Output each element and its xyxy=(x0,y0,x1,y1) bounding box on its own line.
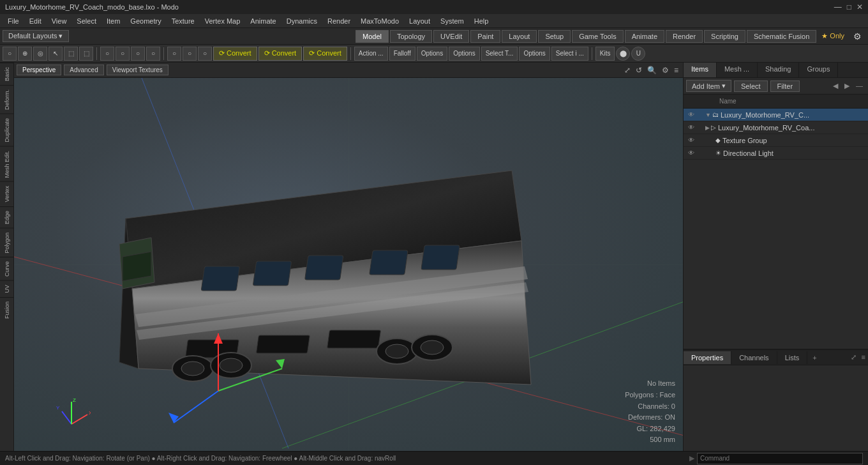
tool-icon-btn-3[interactable]: ↖ xyxy=(49,47,63,61)
tool-icon-btn-8[interactable]: ○ xyxy=(131,47,145,61)
menu-item-animate[interactable]: Animate xyxy=(245,16,281,26)
menu-item-texture[interactable]: Texture xyxy=(167,16,200,26)
layout-tab-animate[interactable]: Animate xyxy=(625,30,664,43)
tool-icon-btn-0[interactable]: ○ xyxy=(3,47,17,61)
tree-row-texgroup[interactable]: 👁 ◆ Texture Group xyxy=(684,134,868,147)
convert-button-1[interactable]: ⟳ Convert xyxy=(258,47,303,61)
layout-tab-model[interactable]: Model xyxy=(355,30,389,43)
layout-tab-uvedit[interactable]: UVEdit xyxy=(433,30,469,43)
add-item-button[interactable]: Add Item ▾ xyxy=(686,80,731,92)
perspective-label[interactable]: Perspective xyxy=(17,65,61,75)
viewport-textures-label[interactable]: Viewport Textures xyxy=(107,65,168,75)
menu-item-view[interactable]: View xyxy=(47,16,72,26)
viewport-zoom-icon[interactable]: 🔍 xyxy=(645,66,659,75)
sidebar-tab-basic[interactable]: Basic xyxy=(0,63,14,85)
menu-item-maxtomodo[interactable]: MaxToModo xyxy=(355,16,404,26)
close-button[interactable]: ✕ xyxy=(857,3,863,11)
layout-tab-paint[interactable]: Paint xyxy=(470,30,500,43)
tool-icon-btn-5[interactable]: ⬚ xyxy=(79,47,93,61)
toolbar-btn-action-----0[interactable]: Action ... xyxy=(354,47,388,61)
tool-icon-btn-2[interactable]: ◎ xyxy=(33,47,47,61)
gear-icon[interactable]: ⚙ xyxy=(849,29,865,43)
eye-icon-root[interactable]: 👁 xyxy=(686,110,696,120)
tree-expand-arrow-root[interactable]: ▼ xyxy=(705,112,711,118)
convert-button-2[interactable]: ⟳ Convert xyxy=(303,47,347,61)
menu-item-vertex-map[interactable]: Vertex Map xyxy=(200,16,246,26)
toolbar-btn-falloff-1[interactable]: Falloff xyxy=(389,47,415,61)
toolbar-btn-options-2[interactable]: Options xyxy=(417,47,447,61)
props-menu-icon[interactable]: ≡ xyxy=(859,352,868,363)
tab-mesh[interactable]: Mesh ... xyxy=(717,63,758,77)
menu-item-system[interactable]: System xyxy=(435,16,469,26)
viewport-expand-icon[interactable]: ⤢ xyxy=(622,66,632,75)
tool-icon-btn-7[interactable]: ○ xyxy=(116,47,130,61)
layout-tab-layout[interactable]: Layout xyxy=(502,30,537,43)
tree-row-root[interactable]: 👁 ▼ 🗂 Luxury_Motorhome_RV_C... xyxy=(684,109,868,121)
sidebar-tab-duplicate[interactable]: Duplicate xyxy=(0,114,14,146)
toolbar-btn-select-t----4[interactable]: Select T... xyxy=(481,47,518,61)
sidebar-tab-edge[interactable]: Edge xyxy=(0,206,14,228)
command-input[interactable] xyxy=(697,453,863,464)
end-tool-btn-1[interactable]: ⬤ xyxy=(616,47,630,61)
sidebar-tab-deform-[interactable]: Deform. xyxy=(0,85,14,114)
eye-icon-light[interactable]: 👁 xyxy=(686,148,696,158)
menu-item-select[interactable]: Select xyxy=(71,16,101,26)
layout-tab-topology[interactable]: Topology xyxy=(390,30,432,43)
kits-button[interactable]: Kits xyxy=(595,47,615,61)
end-tool-btn-2[interactable]: U xyxy=(631,47,645,61)
tool-icon-btn-9[interactable]: ○ xyxy=(146,47,160,61)
tool-icon-btn-1[interactable]: ⊕ xyxy=(18,47,32,61)
sidebar-tab-uv[interactable]: UV xyxy=(0,280,14,297)
filter-button[interactable]: Filter xyxy=(770,80,800,92)
tool-icon-btn-12[interactable]: ○ xyxy=(198,47,212,61)
tree-row-light[interactable]: 👁 ☀ Directional Light xyxy=(684,147,868,160)
sidebar-tab-mesh-edit-[interactable]: Mesh Edit. xyxy=(0,146,14,182)
tab-properties[interactable]: Properties xyxy=(684,351,731,364)
items-expand-icon[interactable]: ▶ xyxy=(842,80,852,91)
viewport-refresh-icon[interactable]: ↺ xyxy=(634,66,644,75)
toolbar-btn-options-5[interactable]: Options xyxy=(519,47,550,61)
layout-tab-schematic-fusion[interactable]: Schematic Fusion xyxy=(747,30,816,43)
eye-icon-texgroup[interactable]: 👁 xyxy=(686,135,696,146)
layout-tab-setup[interactable]: Setup xyxy=(538,30,571,43)
select-button[interactable]: Select xyxy=(734,80,768,92)
menu-item-geometry[interactable]: Geometry xyxy=(125,16,166,26)
toolbar-btn-select-i-----6[interactable]: Select i ... xyxy=(551,47,588,61)
tab-items[interactable]: Items xyxy=(684,63,717,77)
eye-icon-mesh[interactable]: 👁 xyxy=(686,123,696,133)
menu-item-edit[interactable]: Edit xyxy=(24,16,47,26)
minimize-button[interactable]: — xyxy=(834,3,842,11)
convert-button-0[interactable]: ⟳ Convert xyxy=(213,47,257,61)
sidebar-tab-curve[interactable]: Curve xyxy=(0,257,14,280)
props-expand-icon[interactable]: ⤢ xyxy=(848,352,859,363)
viewport-menu-icon[interactable]: ≡ xyxy=(672,66,680,75)
canvas-area[interactable]: X Y Z No Items Polygons : Face Channels:… xyxy=(14,78,683,451)
menu-item-layout[interactable]: Layout xyxy=(404,16,435,26)
tab-groups[interactable]: Groups xyxy=(799,63,838,77)
menu-item-item[interactable]: Item xyxy=(101,16,125,26)
tree-row-mesh[interactable]: 👁 ▶ ▷ Luxury_Motorhome_RV_Coa... xyxy=(684,121,868,134)
tool-icon-btn-6[interactable]: ○ xyxy=(100,47,114,61)
layout-tab-render[interactable]: Render xyxy=(666,30,703,43)
menu-item-dynamics[interactable]: Dynamics xyxy=(281,16,322,26)
layout-tab-scripting[interactable]: Scripting xyxy=(704,30,745,43)
toolbar-btn-options-3[interactable]: Options xyxy=(449,47,479,61)
tree-expand-arrow-mesh[interactable]: ▶ xyxy=(705,125,710,131)
tool-icon-btn-10[interactable]: ○ xyxy=(167,47,181,61)
advanced-label[interactable]: Advanced xyxy=(64,65,103,75)
viewport-settings-icon[interactable]: ⚙ xyxy=(660,66,671,75)
menu-item-render[interactable]: Render xyxy=(322,16,355,26)
maximize-button[interactable]: □ xyxy=(847,3,851,11)
menu-item-file[interactable]: File xyxy=(3,16,24,26)
items-minus[interactable]: — xyxy=(853,80,865,91)
items-collapse-icon[interactable]: ◀ xyxy=(830,80,841,91)
tab-channels[interactable]: Channels xyxy=(731,351,777,364)
add-tab-button[interactable]: + xyxy=(807,351,821,364)
sidebar-tab-fusion[interactable]: Fusion xyxy=(0,297,14,323)
menu-item-help[interactable]: Help xyxy=(469,16,494,26)
tab-shading[interactable]: Shading xyxy=(758,63,799,77)
layout-tab-game-tools[interactable]: Game Tools xyxy=(572,30,624,43)
layout-dropdown[interactable]: Default Layouts ▾ xyxy=(3,30,69,42)
sidebar-tab-vertex[interactable]: Vertex xyxy=(0,181,14,206)
tool-icon-btn-4[interactable]: ⬚ xyxy=(64,47,78,61)
